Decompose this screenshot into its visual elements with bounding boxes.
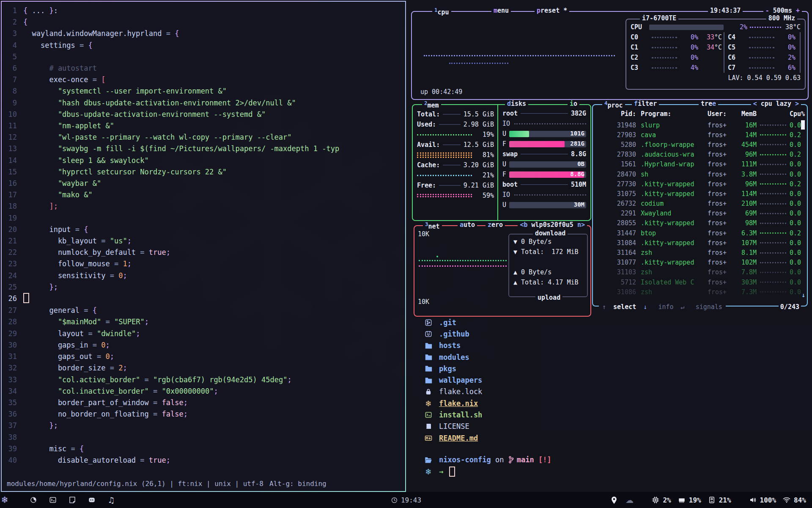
btop-preset-button[interactable]: preset *	[535, 7, 569, 14]
process-row[interactable]: 31447btopfros+6.3M0.2	[593, 228, 807, 238]
code-line[interactable]: 3 wayland.windowManager.hyprland = {	[2, 28, 405, 39]
btop-disks-label[interactable]: disks	[505, 100, 528, 108]
code-line[interactable]: 15 "hyprctl setcursor Nordzy-cursors 22 …	[2, 166, 405, 178]
code-line[interactable]: 8 "systemctl --user import-environment &…	[2, 86, 405, 97]
process-row[interactable]: 31086zshfros+7.3M0.0	[593, 287, 807, 297]
process-row[interactable]: 31077.kitty-wrappedfros+102M0.0	[593, 258, 807, 268]
code-line[interactable]: 20 input = {	[2, 224, 405, 235]
code-line[interactable]: 30 gaps_in = 0;	[2, 340, 405, 351]
list-item[interactable]: flake.lock	[406, 386, 812, 398]
btop-menu-button[interactable]: menu	[491, 7, 511, 14]
code-line[interactable]: 4 settings = {	[2, 40, 405, 51]
prompt-line-2[interactable]: ❄ →	[406, 466, 812, 478]
tray-pin[interactable]	[609, 495, 619, 505]
proc-tree-toggle[interactable]: tree	[699, 100, 718, 108]
code-line[interactable]: 13 "swaybg -m fill -i $(find ~/Pictures/…	[2, 143, 405, 155]
list-item[interactable]: hosts	[406, 340, 812, 351]
notes-icon[interactable]	[68, 495, 77, 505]
terminal-icon[interactable]	[48, 495, 58, 505]
process-row[interactable]: 2291Xwaylandfros+69M0.0	[593, 209, 807, 218]
proc-filter-button[interactable]: filter	[632, 100, 659, 108]
code-line[interactable]: 28 "$mainMod" = "SUPER";	[2, 316, 405, 328]
btop-io-toggle[interactable]: io	[568, 100, 579, 108]
code-line[interactable]: 32 border_size = 2;	[2, 362, 405, 374]
list-item[interactable]: ❄flake.nix	[406, 398, 812, 409]
music-icon[interactable]: ♫	[107, 495, 116, 505]
list-item[interactable]: LICENSE	[406, 421, 812, 432]
btop-tab-net[interactable]: 3net	[423, 221, 442, 230]
net-zero-toggle[interactable]: zero	[486, 221, 505, 229]
process-row[interactable]: 1561.Hyprland-wrapfros+111M0.0	[593, 160, 807, 169]
process-row[interactable]: 31948slurpfros+16M0.0	[593, 120, 807, 130]
code-line[interactable]: 7 exec-once = [	[2, 74, 405, 86]
code-line[interactable]: 34 "col.inactive_border" = "0x00000000";	[2, 386, 405, 397]
tray-speaker[interactable]: 100%	[748, 495, 776, 505]
list-item[interactable]: .github	[406, 328, 812, 340]
code-line[interactable]: 14 "sleep 1 && swaylock"	[2, 155, 405, 166]
net-device-switcher[interactable]: <b wlp0s20f0u5 n>	[518, 221, 587, 229]
nix-menu-icon[interactable]: ❄	[0, 495, 9, 505]
list-item[interactable]: .git	[406, 317, 812, 328]
code-line[interactable]: 23 follow_mouse = 1;	[2, 258, 405, 270]
code-line[interactable]: 9 "hash dbus-update-activation-environme…	[2, 97, 405, 109]
list-item[interactable]: wallpapers	[406, 374, 812, 386]
tray-ram[interactable]: 19%	[677, 495, 701, 505]
code-line[interactable]: 29 layout = "dwindle";	[2, 328, 405, 340]
tray-wifi[interactable]: 84%	[782, 495, 806, 505]
code-line[interactable]: 22 numlock_by_default = true;	[2, 247, 405, 258]
code-line[interactable]: 21 kb_layout = "us";	[2, 235, 405, 247]
code-line[interactable]: 24 sensitivity = 0;	[2, 270, 405, 282]
process-row[interactable]: 31103zshfros+7.8M0.0	[593, 268, 807, 277]
code-line[interactable]: 33 "col.active_border" = "rgb(cba6f7) rg…	[2, 374, 405, 386]
process-row[interactable]: 27730.kitty-wrappedfros+96M0.2	[593, 179, 807, 189]
btop-interval-control[interactable]: - 500ms +	[763, 7, 802, 14]
tray-chip[interactable]: 2%	[651, 495, 671, 505]
floorp-icon[interactable]	[29, 495, 38, 505]
code-line[interactable]: 5	[2, 51, 405, 63]
btop-tab-mem[interactable]: 2mem	[422, 100, 441, 109]
net-auto-toggle[interactable]: auto	[458, 221, 477, 229]
proc-scrollbar[interactable]	[801, 120, 805, 130]
tray-cloud[interactable]: ☁	[625, 495, 634, 505]
list-item[interactable]: pkgs	[406, 363, 812, 374]
code-line[interactable]: 36 no_border_on_floating = false;	[2, 409, 405, 420]
list-item[interactable]: modules	[406, 351, 812, 363]
proc-sort-switcher[interactable]: < cpu lazy >	[751, 100, 801, 108]
code-line[interactable]: 40 disable_autoreload = true;	[2, 455, 405, 466]
code-line[interactable]: 10 "dbus-update-activation-environment -…	[2, 109, 405, 120]
code-line[interactable]: 37 };	[2, 420, 405, 431]
code-line[interactable]: 17 "mako &"	[2, 189, 405, 201]
code-line[interactable]: 27 general = {	[2, 305, 405, 316]
code-line[interactable]: 1{ ... }:	[2, 5, 405, 17]
process-row[interactable]: 31084.kitty-wrappedfros+107M0.0	[593, 238, 807, 248]
code-line[interactable]: 2{	[2, 17, 405, 28]
btop-tab-proc[interactable]: 4proc	[602, 100, 625, 109]
process-row[interactable]: 5280.floorp-wrappefros+454M0.0	[593, 140, 807, 149]
process-row[interactable]: 27830.audacious-wrafros+96M0.2	[593, 150, 807, 160]
proc-select-hint[interactable]: ↑ select ↓ info ↵ signals	[599, 303, 726, 311]
code-line[interactable]: 16 "waybar &"	[2, 178, 405, 189]
code-line[interactable]: 26	[2, 293, 405, 305]
tray-disk[interactable]: 21%	[707, 495, 731, 505]
code-line[interactable]: 19	[2, 213, 405, 224]
discord-icon[interactable]	[87, 495, 96, 505]
proc-scroll-down-icon[interactable]: ↓	[801, 291, 805, 299]
process-row[interactable]: 31075.kitty-wrappedfros+114M0.0	[593, 189, 807, 199]
code-line[interactable]: 12 "wl-paste --primary --watch wl-copy -…	[2, 132, 405, 143]
code-line[interactable]: 39 misc = {	[2, 443, 405, 455]
process-row[interactable]: 28470shfros+3.8M0.0	[593, 169, 807, 179]
process-row[interactable]: 28055.kitty-wrappedfros+98M0.0	[593, 218, 807, 228]
code-line[interactable]: 25 };	[2, 282, 405, 293]
process-row[interactable]: 27903cavafros+14M0.2	[593, 130, 807, 140]
code-line[interactable]: 11 "nm-applet &"	[2, 120, 405, 132]
code-line[interactable]: 38	[2, 432, 405, 443]
list-item[interactable]: install.sh	[406, 409, 812, 420]
code-lines[interactable]: 1{ ... }:2{3 wayland.windowManager.hyprl…	[2, 5, 405, 466]
code-line[interactable]: 31 gaps_out = 0;	[2, 351, 405, 362]
process-row[interactable]: 5712Isolated Web Cfros+303M0.0	[593, 277, 807, 287]
code-line[interactable]: 35 border_part_of_window = false;	[2, 397, 405, 409]
process-row[interactable]: 31164zshfros+8.1M0.0	[593, 248, 807, 257]
code-line[interactable]: 18 ];	[2, 201, 405, 212]
process-row[interactable]: 26732codiumfros+210M0.0	[593, 199, 807, 209]
list-item[interactable]: README.md	[406, 432, 812, 444]
